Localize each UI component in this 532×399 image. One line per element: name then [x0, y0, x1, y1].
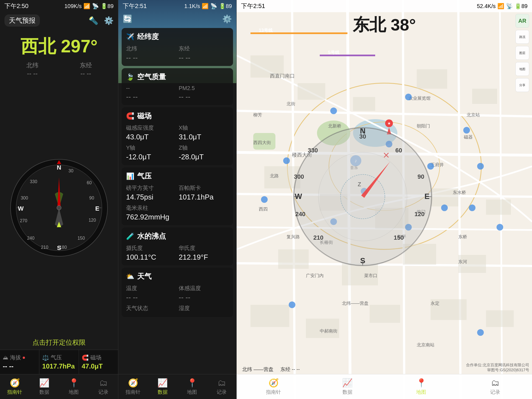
share-button[interactable]: 分享: [515, 78, 529, 92]
magnetic-title: 🧲 磁场: [126, 111, 229, 121]
coords-row: 北纬 -- -- 东经 -- --: [0, 61, 118, 77]
altitude-dot: [23, 357, 25, 359]
svg-rect-42: [417, 69, 447, 89]
svg-point-102: [469, 204, 475, 211]
coords-section: ✈️ 经纬度 北纬 -- -- 东经 -- --: [122, 28, 233, 66]
svg-text:菜市口: 菜市口: [364, 273, 377, 278]
lng-value: -- --: [80, 70, 92, 77]
map-battery: 🔋89: [515, 3, 528, 9]
mag-strength-value: 43.0μT: [126, 133, 176, 141]
weather-condition-label: 天气状态: [126, 305, 176, 312]
speed-2: 1.1K/s: [184, 3, 200, 9]
lat-cell: 北纬 -- --: [126, 45, 176, 62]
svg-text:W: W: [18, 205, 24, 212]
weather-button[interactable]: 天气预报: [4, 14, 40, 27]
flashlight-icon[interactable]: 🔦: [89, 16, 98, 25]
svg-text:150: 150: [394, 234, 404, 241]
svg-text:西四大街: 西四大街: [253, 140, 271, 145]
svg-text:东河: 东河: [458, 259, 467, 264]
svg-text:60: 60: [395, 147, 402, 154]
layers-button[interactable]: 图层: [515, 46, 529, 60]
map-nav-map[interactable]: 📍 地图: [384, 374, 458, 399]
hpa-value: 1017.1hPa: [179, 193, 229, 201]
nav-data-1[interactable]: 📈 数据: [30, 374, 59, 399]
compass-nav-label: 指南针: [7, 389, 22, 395]
location-prompt[interactable]: 点击打开定位权限: [0, 335, 118, 350]
svg-text:210: 210: [313, 234, 324, 241]
refresh-icon[interactable]: 🔄: [123, 14, 132, 24]
svg-text:N: N: [360, 127, 365, 135]
svg-text:E: E: [95, 205, 99, 212]
pressure-section: 📊 气压 磅平方英寸 14.75psi 百帕斯卡 1017.1hPa 毫米汞柱 …: [122, 167, 233, 225]
map-compass-icon: 🧭: [268, 378, 279, 388]
map-lat-label: 北纬: [242, 367, 252, 372]
data-nav-icon-2: 📈: [157, 378, 168, 388]
nav-data-2[interactable]: 📈 数据: [148, 374, 178, 399]
svg-rect-54: [306, 319, 339, 338]
z-axis-value: -28.0μT: [179, 153, 229, 161]
svg-point-96: [477, 163, 484, 170]
map-nav-label-2: 地图: [187, 389, 197, 395]
settings-icon[interactable]: ⚙️: [104, 16, 114, 25]
altitude-label: 海拔: [10, 354, 21, 361]
nav-map-1[interactable]: 📍 地图: [59, 374, 89, 399]
map-heading-text: 东北 38°: [353, 16, 416, 34]
map-bottom-nav: 🧭 指南针 📈 数据 📍 地图 🗂 记录: [237, 374, 532, 399]
map-bottom-coords: 北纬 ——营盘 东经 -- --: [242, 366, 300, 373]
svg-text:东水桥: 东水桥: [453, 190, 466, 195]
compass-panel: 下午2:50 109K/s 📶 📡 🔋89 天气预报 🔦 ⚙️ 西北 297° …: [0, 0, 118, 399]
boiling-title-text: 水的沸点: [137, 231, 166, 241]
pressure-header: ⚖️ 气压: [42, 354, 76, 361]
svg-point-99: [441, 204, 448, 211]
svg-text:240: 240: [27, 236, 35, 241]
lng-cell: 东经 -- --: [179, 45, 229, 62]
map-map-icon: 📍: [416, 378, 426, 388]
signal-icon-2: 📶: [202, 3, 209, 9]
coords-title: ✈️ 经纬度: [126, 32, 229, 42]
svg-point-104: [289, 301, 295, 308]
settings-icon-2[interactable]: ⚙️: [222, 14, 232, 24]
lat-value: -- --: [26, 70, 39, 77]
map-data-icon: 📈: [342, 378, 352, 388]
map-copyright: 合作单位:北京百度网讯科技有限公司 审图号:GS(2020)6317号: [466, 363, 529, 373]
map-nav-compass[interactable]: 🧭 指南针: [237, 374, 311, 399]
nav-compass-2[interactable]: 🧭 指南针: [118, 374, 148, 399]
y-axis-label: Y轴: [126, 144, 176, 152]
z-axis-label: Z轴: [179, 144, 229, 152]
map-signal-icon: 📶: [497, 3, 504, 9]
status-bar-1: 下午2:50 109K/s 📶 📡 🔋89: [0, 0, 118, 12]
nav-record-1[interactable]: 🗂 记录: [89, 374, 118, 399]
humidity-label: 湿度: [179, 305, 229, 312]
nav-compass-1[interactable]: 🧭 指南针: [0, 374, 30, 399]
svg-text:广安门内: 广安门内: [306, 273, 324, 278]
map-data-label: 数据: [342, 389, 352, 395]
leaf-icon: 🍃: [126, 73, 134, 81]
nav-record-2[interactable]: 🗂 记录: [207, 374, 237, 399]
record-nav-icon-2: 🗂: [218, 378, 226, 388]
feels-like-value: -- --: [179, 293, 229, 302]
svg-text:330: 330: [308, 147, 318, 154]
coords-title-text: 经纬度: [137, 32, 159, 42]
ar-button[interactable]: AR: [515, 14, 529, 28]
svg-point-97: [261, 196, 268, 203]
road-conditions-button[interactable]: 路况: [515, 30, 529, 44]
map-nav-data[interactable]: 📈 数据: [311, 374, 385, 399]
magnetic-stat: 🧲 磁场 47.0μT: [79, 350, 118, 374]
pressure-grid: 磅平方英寸 14.75psi 百帕斯卡 1017.1hPa 毫米汞柱 762.9…: [126, 184, 229, 221]
weather-condition-cell: 天气状态: [126, 305, 176, 313]
nav-map-2[interactable]: 📍 地图: [177, 374, 207, 399]
map-type-icon: 地图: [519, 67, 525, 71]
map-nav-label: 地图: [69, 389, 79, 395]
magnetic-value: 47.0μT: [82, 362, 115, 370]
compass-container: N E S W 30 60 90 120 150 180 210 240 270…: [0, 80, 118, 335]
svg-text:90: 90: [418, 173, 424, 180]
road-icon: 路况: [519, 35, 525, 39]
map-type-button[interactable]: 地图: [515, 62, 529, 76]
aqi-value: -- --: [126, 93, 176, 101]
svg-rect-48: [486, 200, 511, 215]
coords-grid: 北纬 -- -- 东经 -- --: [126, 45, 229, 62]
svg-text:北纬——营盘: 北纬——营盘: [342, 301, 369, 306]
map-time: 下午2:51: [241, 2, 265, 10]
svg-text:农业展览馆: 农业展览馆: [408, 96, 431, 101]
map-nav-record[interactable]: 🗂 记录: [458, 374, 532, 399]
